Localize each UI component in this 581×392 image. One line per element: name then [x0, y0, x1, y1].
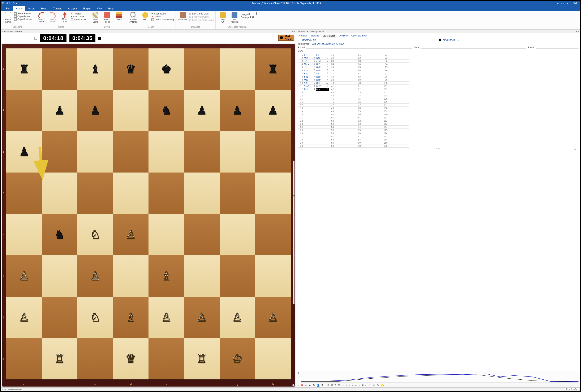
white-move[interactable]: Be3: [304, 75, 312, 78]
square[interactable]: [113, 173, 148, 214]
move-cell[interactable]: [362, 122, 382, 126]
save-icon[interactable]: 🖫: [2, 2, 4, 5]
move-cell[interactable]: [334, 88, 356, 91]
white-move[interactable]: [304, 100, 312, 103]
white-move[interactable]: [304, 110, 312, 113]
move-cell[interactable]: [362, 88, 382, 91]
annotation-button[interactable]: ⩱: [359, 384, 360, 387]
eco-value[interactable]: [304, 49, 578, 52]
square[interactable]: [113, 90, 148, 131]
piece[interactable]: ♙: [90, 270, 100, 282]
black-move[interactable]: Ne7: [316, 85, 325, 88]
notation-tab[interactable]: Notation: [297, 34, 309, 38]
square[interactable]: [220, 131, 255, 173]
home-tab[interactable]: Home: [13, 6, 26, 11]
black-move[interactable]: [316, 91, 325, 94]
move-cell[interactable]: [388, 110, 409, 113]
move-cell[interactable]: [334, 103, 356, 107]
move-cell[interactable]: [334, 144, 356, 148]
move-cell[interactable]: [362, 75, 382, 78]
piece[interactable]: ♞: [161, 105, 172, 116]
square[interactable]: [42, 297, 77, 338]
engine-tab[interactable]: Engine: [80, 6, 94, 11]
square[interactable]: [220, 48, 255, 90]
move-cell[interactable]: [334, 78, 356, 81]
black-move[interactable]: [316, 110, 325, 113]
move-cell[interactable]: [334, 56, 356, 59]
piece[interactable]: ♖: [54, 353, 65, 365]
square[interactable]: [220, 214, 255, 255]
square[interactable]: ♙: [220, 297, 255, 338]
black-move[interactable]: Bc5: [316, 63, 325, 66]
black-move[interactable]: [316, 126, 325, 129]
move-cell[interactable]: [388, 88, 409, 91]
coach-watching-checkbox[interactable]: [152, 18, 154, 21]
square[interactable]: ♗: [113, 297, 148, 338]
move-cell[interactable]: [362, 103, 382, 107]
annotation-button[interactable]: ⩲: [349, 384, 350, 387]
square[interactable]: ♜: [255, 48, 290, 90]
black-move[interactable]: [316, 135, 325, 138]
white-move[interactable]: Nd2: [304, 78, 312, 81]
paste-game-button[interactable]: PasteGame: [2, 12, 14, 23]
move-cell[interactable]: [362, 141, 382, 144]
move-cell[interactable]: [388, 100, 409, 103]
move-cell[interactable]: [362, 100, 382, 103]
black-move[interactable]: Ba3: [316, 81, 325, 85]
cancel-move-button[interactable]: CancelMove: [36, 12, 46, 23]
white-move[interactable]: [304, 116, 312, 119]
move-cell[interactable]: [362, 113, 382, 116]
piece[interactable]: ♙: [126, 229, 136, 240]
notation-tab[interactable]: Openings Book: [350, 34, 369, 38]
score-sheet-grid[interactable]: 1e40e503161912Nf31.5Nc603262923d43exd403…: [298, 53, 579, 148]
piece[interactable]: ♗: [161, 270, 172, 282]
square[interactable]: [255, 173, 290, 214]
edit-account-button[interactable]: EditAccount: [229, 12, 240, 23]
square[interactable]: ♖: [42, 338, 77, 380]
move-cell[interactable]: [388, 113, 409, 116]
square[interactable]: [255, 131, 290, 173]
white-move[interactable]: [304, 119, 312, 122]
piece[interactable]: ♙: [268, 312, 278, 323]
move-cell[interactable]: [388, 69, 409, 72]
white-move[interactable]: 0-0: [304, 81, 312, 85]
piece[interactable]: ♙: [19, 312, 29, 323]
move-cell[interactable]: [334, 129, 356, 132]
black-move[interactable]: a6: [316, 72, 325, 75]
log-off-button[interactable]: LogOff: [217, 12, 228, 23]
view-tab[interactable]: View: [94, 6, 105, 11]
square[interactable]: [220, 255, 255, 297]
paste-position-button[interactable]: Paste Position: [14, 12, 32, 15]
white-move[interactable]: Nf3: [304, 56, 312, 59]
square[interactable]: [6, 173, 42, 214]
piece[interactable]: ♟: [90, 105, 100, 116]
move-cell[interactable]: [388, 59, 409, 63]
square[interactable]: [255, 338, 290, 380]
move-cell[interactable]: [388, 122, 409, 126]
database-button[interactable]: Database: [178, 12, 188, 21]
hint-button[interactable]: Hint: [140, 12, 150, 21]
clocks-menu-icon[interactable]: ▾: [292, 30, 293, 32]
pager-prev-button[interactable]: <<: [300, 148, 303, 150]
move-cell[interactable]: [362, 126, 382, 129]
copy-position-button[interactable]: Copy Position: [14, 18, 32, 20]
move-cell[interactable]: [388, 78, 409, 81]
move-cell[interactable]: [362, 97, 382, 100]
square[interactable]: [113, 255, 148, 297]
black-move[interactable]: [316, 97, 325, 100]
piece[interactable]: ♟: [54, 105, 65, 116]
annotation-button[interactable]: 👤: [317, 384, 320, 387]
square[interactable]: [220, 173, 255, 214]
piece[interactable]: ♟: [19, 146, 29, 158]
move-cell[interactable]: [334, 132, 356, 135]
move-cell[interactable]: [362, 138, 382, 141]
square[interactable]: [78, 131, 113, 173]
white-move[interactable]: [304, 135, 312, 138]
piece[interactable]: ♙: [196, 312, 207, 323]
move-cell[interactable]: [334, 107, 356, 110]
move-cell[interactable]: [388, 141, 409, 144]
annotation-button[interactable]: !?: [327, 384, 329, 387]
square[interactable]: ♘: [78, 297, 113, 338]
board-scroll-indicator[interactable]: [293, 161, 294, 304]
piece[interactable]: ♙: [19, 270, 29, 282]
